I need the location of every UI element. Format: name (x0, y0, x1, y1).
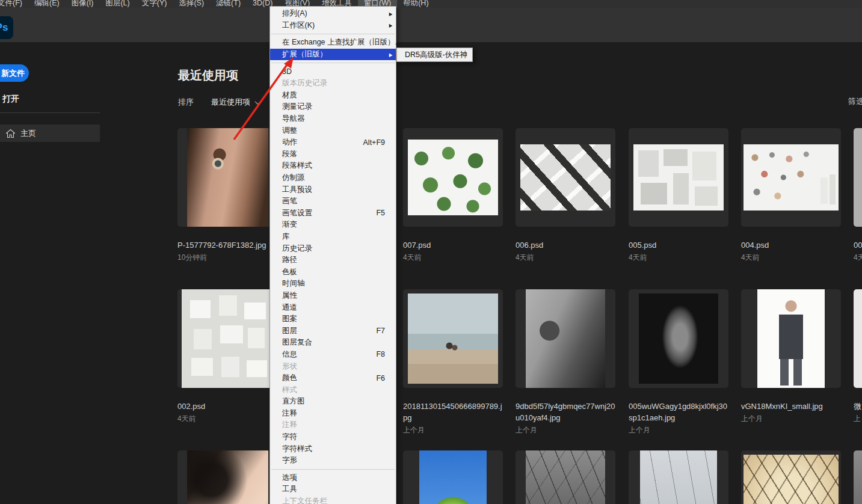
menubar-item[interactable]: 文件(F) (0, 0, 28, 8)
window-menu-item[interactable]: 直方图 (270, 396, 396, 408)
window-menu-item[interactable]: 字符样式 (270, 443, 396, 455)
menu-item-label: 扩展（旧版） (282, 49, 327, 60)
thumbnail-image-beach (408, 293, 498, 384)
file-thumbnail[interactable] (854, 450, 862, 504)
menu-separator (271, 34, 395, 34)
window-menu-item[interactable]: 导航器 (270, 113, 396, 125)
recent-file-card[interactable] (177, 450, 277, 504)
file-thumbnail[interactable] (516, 450, 615, 504)
window-menu-item[interactable]: 路径 (270, 254, 396, 266)
filter-button[interactable]: 筛选 (848, 96, 862, 107)
menubar-item[interactable]: 帮助(H) (397, 0, 434, 8)
file-thumbnail[interactable] (629, 450, 728, 504)
recent-file-card[interactable]: vGN18MxnKI_small.jpg上个月 (741, 289, 841, 424)
window-menu-item[interactable]: 字形 (270, 455, 396, 467)
window-menu-item[interactable]: 材质 (270, 90, 396, 102)
window-menu-item[interactable]: 在 Exchange 上查找扩展（旧版）... (270, 37, 396, 49)
window-menu-item[interactable]: 工作区(K)▶ (270, 20, 396, 32)
window-menu-item[interactable]: 仿制源 (270, 172, 396, 184)
file-thumbnail[interactable] (516, 289, 615, 388)
file-thumbnail[interactable] (516, 128, 615, 227)
submenu-arrow-icon: ▶ (389, 11, 393, 16)
file-thumbnail[interactable] (741, 289, 841, 388)
window-menu-item[interactable]: 颜色F6 (270, 372, 396, 384)
window-menu-item[interactable]: 时间轴 (270, 278, 396, 290)
window-menu-item[interactable]: 段落样式 (270, 160, 396, 172)
menubar-item[interactable]: 编辑(E) (28, 0, 66, 8)
menu-item-label: 材质 (282, 90, 297, 100)
menubar-item[interactable]: 图层(L) (99, 0, 135, 8)
window-menu-item[interactable]: 工具 (270, 484, 396, 496)
recent-file-card[interactable]: 004.psd4天前 (741, 128, 841, 263)
recent-file-card[interactable]: 2018113015450666899789.jpg上个月 (403, 289, 503, 435)
window-menu-item[interactable]: 调整 (270, 124, 396, 137)
window-menu-item[interactable]: 历史记录 (270, 242, 396, 254)
window-menu-item[interactable]: 工具预设 (270, 183, 396, 195)
file-timestamp: 上个月 (741, 414, 841, 424)
file-name: 00 (854, 239, 862, 251)
recent-file-card[interactable] (854, 450, 862, 504)
recent-file-card[interactable]: 005wuWGagy1gd8kjxl0fkj30sp1c1aeh.jpg上个月 (629, 289, 728, 435)
file-thumbnail[interactable] (177, 450, 277, 504)
recent-file-card[interactable]: 微上 (854, 289, 862, 424)
menubar-item[interactable]: 图像(I) (66, 0, 100, 8)
menubar-item[interactable]: 选择(S) (173, 0, 210, 8)
recent-file-card[interactable]: 9dbd5f57ly4gbmqec77wnj20u010yaf4.jpg上个月 (516, 289, 615, 435)
window-menu-item[interactable]: 渐变 (270, 219, 396, 231)
window-menu-item[interactable]: 字符 (270, 431, 396, 443)
open-button[interactable]: 打开 (2, 94, 19, 105)
submenu-item-dr5[interactable]: DR5高级版-伙伴神 (396, 48, 473, 62)
file-thumbnail[interactable] (629, 289, 728, 388)
recent-file-card[interactable]: 006.psd4天前 (516, 128, 615, 263)
file-thumbnail[interactable] (403, 289, 503, 388)
window-menu-item[interactable]: 库 (270, 231, 396, 243)
window-menu-item[interactable]: 测量记录 (270, 101, 396, 113)
file-thumbnail[interactable] (177, 128, 277, 227)
file-thumbnail[interactable] (741, 128, 841, 227)
recent-file-card[interactable]: 007.psd4天前 (403, 128, 503, 263)
sidebar-item-home[interactable]: 主页 (0, 124, 100, 142)
window-menu-item[interactable]: 扩展（旧版）▶ (270, 49, 396, 61)
recent-file-card[interactable] (516, 450, 615, 504)
menubar-item[interactable]: 文字(Y) (136, 0, 173, 8)
recent-file-card[interactable]: 002.psd4天前 (177, 289, 277, 424)
recent-file-card[interactable]: 005.psd4天前 (629, 128, 728, 263)
window-menu-item[interactable]: 3D (270, 66, 396, 78)
file-thumbnail[interactable] (629, 128, 728, 227)
menu-item-label: 仿制源 (282, 173, 305, 183)
window-menu-item: 样式 (270, 384, 396, 396)
recent-file-card[interactable]: P-1577792-678F1382.jpg10分钟前 (177, 128, 277, 263)
window-menu-item[interactable]: 通道 (270, 301, 396, 313)
thumbnail-image-branches-light (640, 450, 717, 504)
file-thumbnail[interactable] (403, 128, 503, 227)
window-menu-item[interactable]: 画笔设置F5 (270, 207, 396, 220)
file-thumbnail[interactable] (403, 450, 503, 504)
window-menu-item[interactable]: 信息F8 (270, 349, 396, 361)
file-thumbnail[interactable] (854, 289, 862, 388)
recent-file-card[interactable] (741, 450, 841, 504)
menu-item-label: 库 (282, 232, 290, 242)
window-menu-item[interactable]: 选项 (270, 472, 396, 484)
recent-file-card[interactable] (403, 450, 503, 504)
window-menu-item[interactable]: 段落 (270, 149, 396, 161)
window-menu-item[interactable]: 动作Alt+F9 (270, 137, 396, 149)
sort-dropdown[interactable]: 最近使用项 (211, 97, 260, 108)
window-menu-item[interactable]: 色板 (270, 266, 396, 278)
window-menu-item[interactable]: 注释 (270, 408, 396, 420)
window-menu-item[interactable]: 图案 (270, 313, 396, 325)
window-menu-item[interactable]: 图层复合 (270, 337, 396, 349)
file-thumbnail[interactable] (741, 450, 841, 504)
photoshop-logo-icon: Ps (0, 16, 13, 39)
window-menu-item[interactable]: 排列(A)▶ (270, 8, 396, 20)
window-menu-item[interactable]: 画笔 (270, 195, 396, 207)
recent-file-card[interactable] (629, 450, 728, 504)
window-menu-item[interactable]: 图层F7 (270, 325, 396, 337)
window-menu-item[interactable]: 属性 (270, 290, 396, 302)
recent-file-card[interactable]: 004天 (854, 128, 862, 263)
file-thumbnail[interactable] (177, 289, 277, 388)
new-file-button[interactable]: 新文件 (0, 64, 29, 82)
menubar-item[interactable]: 滤镜(T) (210, 0, 247, 8)
thumbnail-image-branches-dark (526, 450, 605, 504)
file-thumbnail[interactable] (854, 128, 862, 227)
file-name: 9dbd5f57ly4gbmqec77wnj20u010yaf4.jpg (516, 401, 615, 423)
